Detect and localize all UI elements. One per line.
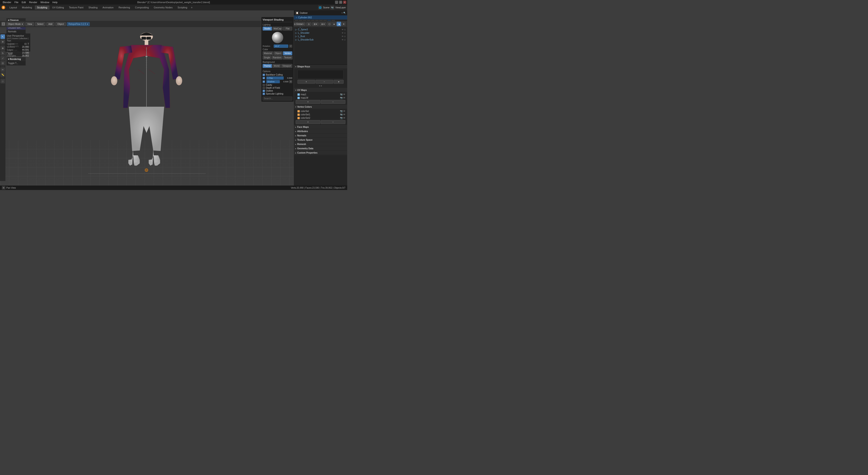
color-material-btn[interactable]: Material xyxy=(263,51,273,55)
shape-keys-remove-btn[interactable]: − xyxy=(315,80,333,84)
rotation-reset-btn[interactable]: ↺ xyxy=(289,44,292,48)
attributes-header[interactable]: ▸ Attributes xyxy=(294,129,347,133)
tab-rendering[interactable]: Rendering xyxy=(116,5,132,9)
maximize-button[interactable]: □ xyxy=(339,1,342,4)
outliner-select-icon-1[interactable]: ⊙ xyxy=(344,29,346,31)
tab-texture-paint[interactable]: Texture Paint xyxy=(67,5,86,9)
active-object-row[interactable]: ○ Cylinder.002 xyxy=(294,16,347,20)
vcol-add-btn[interactable]: + xyxy=(296,120,320,124)
bg-viewport-btn[interactable]: Viewport xyxy=(281,64,292,68)
rendering-header[interactable]: ▾ Rendering xyxy=(6,57,26,61)
outliner-vis-icon-1[interactable]: 👁 xyxy=(342,29,344,31)
menu-help[interactable]: Help xyxy=(51,0,59,4)
tab-compositing[interactable]: Compositing xyxy=(133,5,151,9)
tab-sculpting[interactable]: Sculpting xyxy=(35,5,50,9)
uv-maps-header[interactable]: ▾ UV Maps xyxy=(294,88,347,92)
view-menu[interactable]: View xyxy=(25,22,34,26)
vcol-row-0[interactable]: colorSet 📷 👁 xyxy=(294,110,347,113)
shadow-checkbox[interactable]: ✓ xyxy=(263,81,265,83)
outline-checkbox[interactable]: ✓ xyxy=(263,90,265,92)
dof-checkbox[interactable] xyxy=(263,87,265,89)
vcol-cam-icon-1[interactable]: 📷 xyxy=(340,113,343,116)
lighting-flat-btn[interactable]: Flat xyxy=(283,27,292,31)
viewlayer-selector[interactable]: 📷 xyxy=(330,5,334,9)
move-tool-btn[interactable]: ✥ xyxy=(0,46,5,51)
uv-map-eye-icon-1[interactable]: 👁 xyxy=(343,96,345,99)
outliner-select-icon-4[interactable]: ⊙ xyxy=(344,39,346,41)
lighting-matcap-btn[interactable]: MatCap xyxy=(272,27,283,31)
color-texture-btn[interactable]: Texture xyxy=(283,56,293,59)
outliner-filter-btn[interactable]: ≡ xyxy=(342,12,343,14)
vcol-remove-btn[interactable]: − xyxy=(321,120,345,124)
remesh-header[interactable]: ▸ Remesh xyxy=(294,142,347,146)
rendered-mode-btn[interactable]: ☀ xyxy=(341,22,346,26)
gizmos-btn[interactable]: ⊕▾ xyxy=(320,22,326,26)
face-maps-header[interactable]: ▸ Face Maps xyxy=(294,125,347,129)
menu-blender[interactable]: Blender xyxy=(1,0,13,4)
snap-btn[interactable]: ⊙ xyxy=(306,22,311,26)
uv-map-row-0[interactable]: map1 📷 👁 xyxy=(294,93,347,96)
color-single-btn[interactable]: Single xyxy=(263,56,271,59)
uv-map-cam-icon-0[interactable]: 📷 xyxy=(340,93,343,96)
add-cube-btn[interactable]: □ xyxy=(0,79,5,84)
geometry-data-header[interactable]: ▸ Geometry Data xyxy=(294,147,347,151)
outliner-search-btn[interactable]: 🔍 xyxy=(343,12,346,14)
uv-maps-remove-btn[interactable]: − xyxy=(321,100,345,104)
xray-checkbox[interactable]: ✓ xyxy=(263,77,265,79)
annotate-tool-btn[interactable]: ✏ xyxy=(0,67,5,72)
tab-layout[interactable]: Layout xyxy=(7,5,19,9)
color-vertex-btn[interactable]: Vertex xyxy=(283,51,292,55)
select-tool-btn[interactable]: ↖ xyxy=(0,34,5,39)
normals-header[interactable]: ▸ Normals xyxy=(294,134,347,138)
3d-viewport-content[interactable] xyxy=(0,17,294,185)
add-menu[interactable]: Add xyxy=(46,22,55,26)
tab-shading[interactable]: Shading xyxy=(86,5,100,9)
close-button[interactable]: ✕ xyxy=(343,1,346,4)
retopo-dropdown[interactable]: RetopoFlow 3.2.5 ▾ xyxy=(67,22,90,26)
outliner-select-icon-3[interactable]: ⊙ xyxy=(344,35,346,37)
select-menu[interactable]: Select xyxy=(35,22,45,26)
custom-properties-header[interactable]: ▸ Custom Properties xyxy=(294,151,347,155)
minimize-button[interactable]: _ xyxy=(335,1,338,4)
outliner-item-4[interactable]: ▷ L_ShoulderSub 👁 ⊙ xyxy=(294,38,347,41)
wireframe-mode-btn[interactable]: ⬡ xyxy=(327,22,332,26)
uv-map-cam-icon-1[interactable]: 📷 xyxy=(340,96,343,99)
rotation-value[interactable]: 49.6° xyxy=(274,44,288,48)
tab-modeling[interactable]: Modeling xyxy=(20,5,34,9)
uv-map-eye-icon-0[interactable]: 👁 xyxy=(343,93,345,96)
vcol-row-1[interactable]: colorSet1 📷 👁 xyxy=(294,113,347,116)
vcol-cam-icon-2[interactable]: 📷 xyxy=(340,117,343,119)
measure-tool-btn[interactable]: 📏 xyxy=(0,72,5,77)
shape-keys-next-btn[interactable]: ▸ xyxy=(321,85,322,87)
menu-window[interactable]: Window xyxy=(39,0,51,4)
vcol-eye-icon-0[interactable]: 👁 xyxy=(343,110,345,112)
bg-world-btn[interactable]: World xyxy=(272,64,281,68)
vcol-eye-icon-2[interactable]: 👁 xyxy=(343,117,345,119)
shape-keys-prev-btn[interactable]: ◂ xyxy=(319,85,320,87)
shading-search-input[interactable] xyxy=(263,96,292,100)
backface-culling-checkbox[interactable]: ✓ xyxy=(263,74,265,76)
solid-mode-btn[interactable]: ● xyxy=(332,22,336,26)
matcap-preview-sphere[interactable] xyxy=(272,32,283,43)
outliner-editor-type[interactable]: 📋 xyxy=(295,11,299,15)
xray-slider[interactable]: X-Ray xyxy=(266,77,284,80)
lighting-studio-btn[interactable]: Studio xyxy=(263,27,272,31)
outliner-item-3[interactable]: ▷ L_Bust 👁 ⊙ xyxy=(294,35,347,38)
rotate-tool-btn[interactable]: ↻ xyxy=(0,51,5,55)
shadow-settings-btn[interactable]: ⚙ xyxy=(289,80,292,83)
uv-maps-add-btn[interactable]: + xyxy=(296,100,320,104)
bg-theme-btn[interactable]: Theme xyxy=(263,64,272,68)
cursor-tool-btn[interactable]: ⊕ xyxy=(0,39,5,44)
specular-checkbox[interactable]: ✓ xyxy=(263,93,265,95)
toggle-btn[interactable]: Toggle T... xyxy=(6,61,26,65)
outliner-select-icon-2[interactable]: ⊙ xyxy=(344,32,346,34)
texture-space-header[interactable]: ▸ Texture Space xyxy=(294,138,347,142)
shape-keys-extra-btn[interactable]: ▾ xyxy=(334,80,344,84)
mode-selector[interactable]: Object Mode ▾ xyxy=(6,22,24,26)
vcol-row-2[interactable]: colorSet2 📷 👁 xyxy=(294,116,347,120)
tab-geometry-nodes[interactable]: Geometry Nodes xyxy=(151,5,175,9)
scale-tool-btn[interactable]: ⤢ xyxy=(0,56,5,60)
transform-space-selector[interactable]: ⊕ Global ▾ xyxy=(293,22,305,26)
transform-tool-btn[interactable]: ⊡ xyxy=(0,61,5,65)
outliner-item-2[interactable]: ▷ L_Shoulder 👁 ⊙ xyxy=(294,31,347,35)
